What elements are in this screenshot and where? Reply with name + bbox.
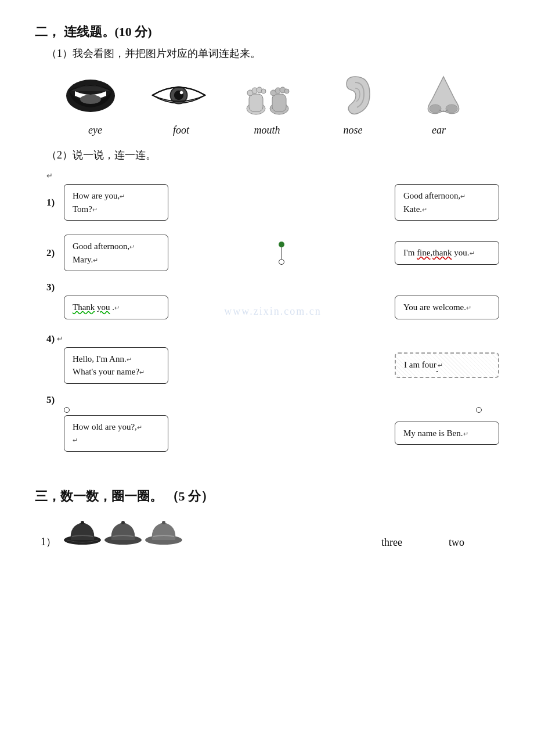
word-foot: foot	[152, 124, 210, 136]
svg-rect-12	[272, 94, 286, 111]
match-row-3: Thank you .↵ You are welcome.↵	[46, 296, 499, 319]
item1-number: 1）	[41, 535, 56, 549]
match-number-3-label: 3)	[46, 282, 499, 293]
hats-group	[62, 511, 184, 549]
svg-point-4	[180, 91, 183, 93]
ear-image	[326, 72, 384, 118]
nose-image	[414, 72, 472, 118]
match-number-4-label: 4)	[46, 333, 55, 345]
svg-point-10	[261, 89, 266, 93]
option-two: two	[449, 537, 464, 549]
hat-3	[143, 511, 184, 549]
match-row-5: How old are you?,↵ ↵ My name is Ben.↵	[46, 415, 499, 452]
svg-point-18	[446, 105, 457, 113]
svg-point-20	[81, 521, 84, 524]
match-box-left-5: How old are you?,↵ ↵	[64, 415, 168, 452]
word-nose: nose	[324, 124, 382, 136]
word-eye: eye	[66, 124, 124, 136]
section3-title: 三，数一数，圈一圈。 （5 分）	[35, 488, 499, 505]
match-number-2: 2)	[46, 247, 64, 259]
match-number-1: 1)	[46, 197, 64, 208]
match-box-right-3: You are welcome.↵	[395, 296, 499, 319]
match-row-1: 1) How are you,↵ Tom?↵ Good afternoon,↵ …	[46, 184, 499, 221]
svg-point-1	[80, 95, 101, 104]
match-number-5-label: 5)	[46, 394, 55, 406]
return-arrow-top: ↵	[46, 171, 499, 181]
dot-right-5	[476, 407, 482, 413]
svg-point-16	[284, 89, 289, 93]
svg-point-17	[430, 105, 441, 113]
match-box-right-5: My name is Ben.↵	[395, 422, 499, 445]
match-row-4: Hello, I'm Ann.↵ What's your name?↵ I am…	[46, 347, 499, 384]
sub1-title: （1）我会看图，并把图片对应的单词连起来。	[46, 46, 499, 60]
match-row-2: 2) Good afternoon,↵ Mary.↵ I'm fine,than…	[46, 235, 499, 271]
match-box-left-2: Good afternoon,↵ Mary.↵	[64, 235, 168, 271]
svg-point-24	[162, 521, 165, 524]
hat-1	[62, 511, 103, 549]
match-box-right-2: I'm fine,thank you.↵	[395, 241, 499, 265]
match-box-right-4: I am four ↵	[395, 352, 499, 379]
sub2-title: （2）说一说，连一连。	[46, 148, 499, 162]
mouth-image	[62, 72, 120, 118]
svg-point-22	[121, 521, 125, 524]
return-arrow-4: ↵	[57, 334, 63, 344]
foot-image	[238, 72, 296, 118]
hat-2	[103, 511, 143, 549]
eye-image	[150, 72, 208, 118]
match-box-left-4: Hello, I'm Ann.↵ What's your name?↵	[64, 347, 168, 384]
body-parts-words: eye foot mouth nose ear	[35, 124, 499, 136]
option-three: three	[381, 537, 402, 549]
section3-row1: 1） three two	[41, 511, 499, 549]
match-box-left-1: How are you,↵ Tom?↵	[64, 184, 168, 221]
dot-left-5	[64, 407, 70, 413]
body-parts-images	[35, 72, 499, 118]
section2-title: 二， 连线题。(10 分)	[35, 23, 499, 41]
connector-dot-row2	[279, 242, 284, 265]
svg-rect-6	[249, 94, 263, 111]
matching-section: www.zixin.com.cn ↵ 1) How are you,↵ Tom?…	[46, 171, 499, 452]
word-mouth: mouth	[238, 124, 296, 136]
match-box-right-1: Good afternoon,↵ Kate.↵	[395, 184, 499, 221]
word-ear: ear	[410, 124, 468, 136]
match-box-left-3: Thank you .↵	[64, 296, 168, 319]
